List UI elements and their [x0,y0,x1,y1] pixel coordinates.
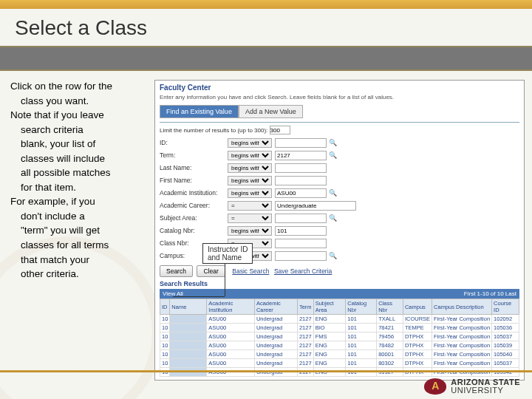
col-header[interactable]: Course ID [492,299,519,315]
operator-select[interactable]: begins with [228,176,272,185]
app-subtext: Enter any information you have and click… [160,94,519,100]
operator-select[interactable]: begins with [228,163,272,173]
table-row[interactable]: 10ASU00Undergrad2127ENG10178482DTPHXFirs… [160,341,519,350]
cell: 10 [160,341,170,350]
operator-select[interactable]: begins with [228,151,272,160]
search-results-label: Search Results [160,280,519,287]
cell: ASU00 [207,350,255,359]
operator-select[interactable]: begins with [228,138,272,148]
field-input[interactable] [275,151,327,160]
cell [170,350,207,359]
cell: DTPHX [403,341,432,350]
cell: ASU00 [207,332,255,341]
cell [170,341,207,350]
cell: First-Year Composition [432,341,492,350]
lookup-icon[interactable]: 🔍 [329,139,336,146]
table-row[interactable]: 10ASU00Undergrad2127ENG10180302DTPHXFirs… [160,359,519,368]
field-input[interactable] [275,214,327,223]
field-input[interactable] [275,226,327,236]
clear-button[interactable]: Clear [197,265,225,277]
app-screenshot: Faculty Center Enter any information you… [154,80,525,381]
form-row: Term:begins with🔍 [160,150,519,160]
instruction-text: Click on the row for the class you want.… [10,80,154,381]
cell: DTPHX [403,350,432,359]
cell: Undergrad [254,324,297,332]
p3c: "term" you will get [10,224,150,237]
cell: 105040 [492,350,519,359]
lookup-icon[interactable]: 🔍 [329,151,336,159]
cell: First-Year Composition [432,324,492,332]
cell: ASU00 [207,324,255,332]
button-row: Search Clear Basic Search Save Search Cr… [160,265,519,277]
cell: 2127 [297,315,313,324]
p2d: classes will include [10,152,150,166]
operator-select[interactable]: begins with [228,226,272,236]
lookup-icon[interactable]: 🔍 [329,252,336,259]
field-label: ID: [160,139,228,146]
col-header[interactable]: Subject Area [313,299,346,315]
cell: BIO [313,324,346,332]
cell: 101 [346,341,377,350]
form-row: Catalog Nbr:begins with [160,225,519,236]
callout-l2: and Name [208,253,248,262]
cell: First-Year Composition [432,359,492,368]
operator-select[interactable]: = [228,201,272,211]
col-header[interactable]: Class Nbr [377,299,403,315]
limit-input[interactable] [270,126,290,134]
table-row[interactable]: 10ASU00Undergrad2127FMS10179456DTPHXFirs… [160,332,519,341]
footer-logo: ARIZONA STATE UNIVERSITY [424,378,520,395]
field-input[interactable] [275,163,327,173]
col-header[interactable]: Academic Institution [207,299,255,315]
p3f: other criteria. [10,267,150,281]
asu-wordmark: ARIZONA STATE UNIVERSITY [451,378,520,395]
col-header[interactable]: ID [160,299,170,315]
p2c: blank, your list of [10,137,150,151]
field-input[interactable] [275,201,356,211]
cell: 101 [346,350,377,359]
tabstrip: Find an Existing Value Add a New Value [160,105,519,118]
search-button[interactable]: Search [160,265,193,277]
gold-topbar [0,0,532,9]
col-header[interactable]: Campus Description [432,299,492,315]
lookup-icon[interactable]: 🔍 [329,189,336,197]
cell: First-Year Composition [432,332,492,341]
field-input[interactable] [275,138,327,148]
basic-search-link[interactable]: Basic Search [232,267,269,275]
p2b: search criteria [10,123,150,137]
tab-add[interactable]: Add a New Value [239,105,303,118]
asu-l2: UNIVERSITY [451,386,520,395]
form-row: ID:begins with🔍 [160,137,519,148]
cell: 2127 [297,359,313,368]
table-row[interactable]: 10ASU00Undergrad2127ENG101TXALLICOURSEFi… [160,315,519,324]
cell: Undergrad [254,315,297,324]
col-header[interactable]: Academic Career [254,299,297,315]
col-header[interactable]: Name [170,299,207,315]
cell: 10 [160,350,170,359]
cell: 105036 [492,324,519,332]
slide-title: Select a Class [0,9,532,46]
tab-find[interactable]: Find an Existing Value [160,105,239,118]
cell: Undergrad [254,350,297,359]
cell: 2127 [297,350,313,359]
p2e: all possible matches [10,166,150,180]
field-input[interactable] [275,176,327,185]
cell [170,315,207,324]
table-row[interactable]: 10ASU00Undergrad2127ENG10180001DTPHXFirs… [160,350,519,359]
table-row[interactable]: 10ASU00Undergrad2127BIO10178421TEMPEFirs… [160,324,519,332]
p2a: Note that if you leave [10,109,150,122]
cell: Undergrad [254,332,297,341]
col-header[interactable]: Campus [403,299,432,315]
operator-select[interactable]: = [228,214,272,223]
field-input[interactable] [275,251,327,261]
col-header[interactable]: Catalog Nbr [346,299,377,315]
callout-line-v [225,264,225,296]
operator-select[interactable]: begins with [228,188,272,198]
lookup-icon[interactable]: 🔍 [329,214,336,222]
field-input[interactable] [275,188,327,198]
cell: 80001 [377,350,403,359]
cell: 80302 [377,359,403,368]
field-input[interactable] [275,239,327,248]
save-criteria-link[interactable]: Save Search Criteria [274,267,332,275]
col-header[interactable]: Term [297,299,313,315]
cell: 78421 [377,324,403,332]
